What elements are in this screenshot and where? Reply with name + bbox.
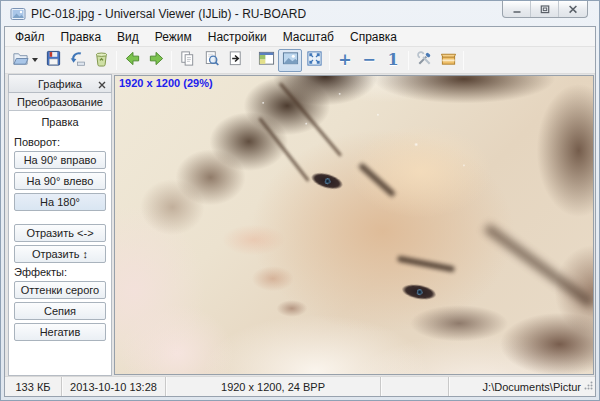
menu-edit[interactable]: Правка <box>53 28 110 46</box>
page-magnifier-icon <box>203 50 220 71</box>
toolbar-separator <box>116 51 117 70</box>
back-arrow-icon <box>124 50 141 71</box>
copy-pages-icon <box>179 50 196 71</box>
app-icon <box>10 6 26 22</box>
negative-button[interactable]: Негатив <box>14 323 106 341</box>
package-button[interactable] <box>436 49 460 72</box>
photo-detail <box>279 82 342 157</box>
recycle-bin-icon <box>93 50 110 71</box>
tab-transform[interactable]: Преобразование <box>8 93 112 111</box>
effects-label: Эффекты: <box>14 266 106 278</box>
panel-toggle-button[interactable] <box>254 49 278 72</box>
photo-detail <box>358 163 396 198</box>
grayscale-button[interactable]: Оттенки серого <box>14 281 106 299</box>
open-button[interactable] <box>9 49 41 72</box>
toolbar-separator <box>250 51 251 70</box>
graphics-panel: Графика Преобразование Правка Поворот: Н… <box>8 74 112 376</box>
toolbar-separator <box>171 51 172 70</box>
preview-button[interactable] <box>199 49 223 72</box>
rename-arrow-icon <box>69 50 86 71</box>
menu-help[interactable]: Справка <box>342 28 405 46</box>
photo-detail <box>397 255 455 272</box>
app-window: PIC-018.jpg - Universal Viewer (IJLib) -… <box>0 0 600 401</box>
toolbar-separator <box>463 51 464 70</box>
edit-panel: Правка Поворот: На 90° вправо На 90° вле… <box>8 111 112 376</box>
save-floppy-icon <box>45 50 62 71</box>
toolbar-separator <box>408 51 409 70</box>
image-icon <box>282 50 299 71</box>
photo: 1920 x 1200 (29%) <box>115 76 593 374</box>
copy-button[interactable] <box>175 49 199 72</box>
tools-icon <box>416 50 433 71</box>
tab-edit[interactable]: Правка <box>14 116 106 128</box>
sepia-button[interactable]: Сепия <box>14 302 106 320</box>
panel-close-icon[interactable] <box>95 78 108 91</box>
toolbar: + − 1 <box>5 47 595 74</box>
save-button[interactable] <box>41 49 65 72</box>
minimize-button[interactable] <box>503 1 531 17</box>
panel-layout-icon <box>258 50 275 71</box>
zoom-out-icon: − <box>362 52 375 68</box>
statusbar: 133 КБ 2013-10-10 13:28 1920 x 1200, 24 … <box>5 376 595 396</box>
image-size-label: 1920 x 1200 (29%) <box>119 77 213 89</box>
status-file-size: 133 КБ <box>5 377 62 396</box>
package-box-icon <box>440 50 457 71</box>
goto-page-button[interactable] <box>223 49 247 72</box>
main-content: Графика Преобразование Правка Поворот: Н… <box>5 74 595 376</box>
photo-detail <box>310 170 345 192</box>
resize-grip[interactable] <box>584 376 593 394</box>
status-path: J:\Documents\Pictur <box>449 377 595 396</box>
panel-header: Графика <box>8 74 112 93</box>
expand-arrows-icon <box>306 50 323 71</box>
open-dropdown-icon <box>32 58 38 62</box>
flip-vertical-button[interactable]: Отразить ↕ <box>14 245 106 263</box>
fit-to-screen-button[interactable] <box>302 49 326 72</box>
window-controls <box>502 1 588 18</box>
spacer <box>14 214 106 224</box>
rotate-180-button[interactable]: На 180° <box>14 193 106 211</box>
rotate-left-button[interactable]: На 90° влево <box>14 172 106 190</box>
titlebar[interactable]: PIC-018.jpg - Universal Viewer (IJLib) -… <box>4 1 596 26</box>
back-button[interactable] <box>120 49 144 72</box>
forward-arrow-icon <box>148 50 165 71</box>
actual-size-icon: 1 <box>387 52 398 68</box>
image-viewport[interactable]: 1920 x 1200 (29%) <box>114 75 594 375</box>
window-title: PIC-018.jpg - Universal Viewer (IJLib) -… <box>31 7 306 21</box>
rename-button[interactable] <box>65 49 89 72</box>
menu-mode[interactable]: Режим <box>147 28 200 46</box>
rotate-label: Поворот: <box>14 136 106 148</box>
close-button[interactable] <box>559 1 587 17</box>
zoom-in-button[interactable]: + <box>333 49 357 72</box>
maximize-button[interactable] <box>531 1 559 17</box>
photo-detail <box>483 223 593 307</box>
rotate-right-button[interactable]: На 90° вправо <box>14 151 106 169</box>
menu-file[interactable]: Файл <box>7 28 53 46</box>
forward-button[interactable] <box>144 49 168 72</box>
zoom-in-icon: + <box>338 52 351 68</box>
status-dimensions: 1920 x 1200, 24 BPP <box>166 377 381 396</box>
client-area: Файл Правка Вид Режим Настройки Масштаб … <box>4 26 596 397</box>
tools-button[interactable] <box>412 49 436 72</box>
flip-horizontal-button[interactable]: Отразить <-> <box>14 224 106 242</box>
status-extra <box>381 377 449 396</box>
toolbar-separator <box>329 51 330 70</box>
page-arrow-icon <box>227 50 244 71</box>
menu-settings[interactable]: Настройки <box>200 28 275 46</box>
zoom-out-button[interactable]: − <box>357 49 381 72</box>
menubar: Файл Правка Вид Режим Настройки Масштаб … <box>5 27 595 47</box>
status-timestamp: 2013-10-10 13:28 <box>62 377 166 396</box>
panel-header-label: Графика <box>38 78 82 90</box>
photo-detail <box>401 282 437 302</box>
photo-detail <box>258 117 310 182</box>
delete-button[interactable] <box>89 49 113 72</box>
open-folder-icon <box>12 50 29 71</box>
menu-view[interactable]: Вид <box>109 28 147 46</box>
menu-zoom[interactable]: Масштаб <box>275 28 342 46</box>
actual-size-button[interactable]: 1 <box>381 49 405 72</box>
image-view-button[interactable] <box>278 49 302 72</box>
